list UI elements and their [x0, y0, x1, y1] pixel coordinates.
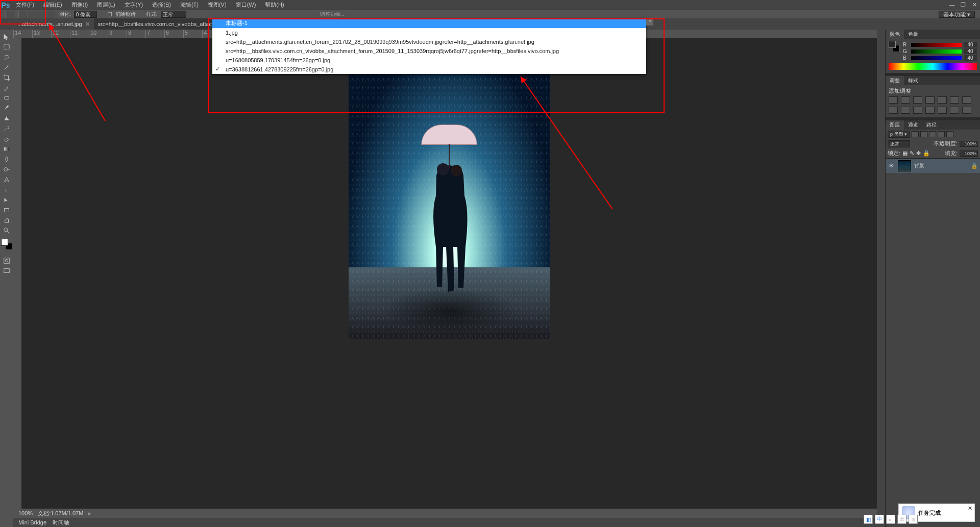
lock-transparency-icon[interactable]: ▦ — [902, 150, 908, 157]
minimize-button[interactable]: — — [946, 2, 958, 8]
ime-punct-button[interactable]: ●, — [886, 515, 895, 524]
dodge-tool-icon[interactable] — [1, 164, 12, 174]
threshold-icon[interactable] — [962, 107, 971, 114]
hue-saturation-icon[interactable] — [950, 96, 959, 104]
crop-tool-icon[interactable] — [1, 72, 12, 82]
ime-logo-icon[interactable]: ◧ — [864, 515, 873, 524]
adjustments-panel-tab[interactable]: 调整 — [886, 76, 904, 85]
hand-tool-icon[interactable] — [1, 215, 12, 225]
tab-list-item[interactable]: ✓u=3638812661,4278309225fm=26gp=0.jpg — [212, 65, 646, 74]
brightness-contrast-icon[interactable] — [889, 96, 898, 104]
fill-input[interactable]: 100% — [960, 150, 978, 157]
menu-select[interactable]: 选择(S) — [148, 0, 176, 10]
lock-all-icon[interactable]: 🔒 — [923, 150, 930, 157]
lock-position-icon[interactable]: ✥ — [916, 150, 921, 157]
b-value[interactable]: 40 — [964, 55, 977, 61]
photo-filter-icon[interactable] — [901, 107, 910, 114]
type-tool-icon[interactable]: T — [1, 185, 12, 194]
gradient-tool-icon[interactable] — [1, 144, 12, 154]
g-slider[interactable] — [911, 49, 962, 54]
mini-bridge-tab[interactable]: Mini Bridge — [18, 519, 46, 525]
style-select[interactable]: 正常 — [161, 11, 186, 18]
r-value[interactable]: 40 — [964, 42, 977, 47]
timeline-tab[interactable]: 时间轴 — [53, 519, 69, 526]
ime-tool-button[interactable]: 🛠 — [897, 515, 906, 524]
visibility-toggle-icon[interactable]: 👁 — [888, 162, 895, 169]
layer-row[interactable]: 👁 背景 🔒 — [886, 159, 980, 173]
posterize-icon[interactable] — [950, 107, 959, 114]
invert-icon[interactable] — [938, 107, 947, 114]
brush-tool-icon[interactable] — [1, 103, 12, 113]
tab-list-item[interactable]: 未标题-1 — [212, 18, 646, 28]
pen-tool-icon[interactable] — [1, 174, 12, 184]
lasso-tool-icon[interactable] — [1, 52, 12, 62]
feather-input[interactable]: 0 像素 — [74, 11, 97, 18]
ime-toolbar[interactable]: ◧ 中 ●, 🛠 ⚙ — [864, 515, 918, 524]
document-canvas[interactable] — [349, 53, 550, 339]
menu-filter[interactable]: 滤镜(T) — [176, 0, 203, 10]
b-slider[interactable] — [911, 56, 962, 60]
paths-panel-tab[interactable]: 路径 — [922, 120, 941, 130]
selection-new-icon[interactable] — [19, 11, 28, 18]
tab-list-item[interactable]: u=1680805859,170391454fm=26gp=0.jpg — [212, 56, 646, 65]
clone-stamp-tool-icon[interactable] — [1, 113, 12, 123]
color-lookup-icon[interactable] — [925, 107, 935, 114]
tab-list-item[interactable]: src=http__bbsfiles.vivo.com.cn_vivobbs_a… — [212, 46, 646, 56]
menu-window[interactable]: 窗口(W) — [231, 0, 261, 10]
filter-pixel-icon[interactable] — [912, 131, 919, 137]
menu-edit[interactable]: 编辑(E) — [39, 0, 67, 10]
screen-mode-icon[interactable] — [1, 266, 12, 275]
eraser-tool-icon[interactable] — [1, 134, 12, 143]
vibrance-icon[interactable] — [938, 96, 947, 104]
selection-intersect-icon[interactable] — [46, 11, 56, 18]
r-slider[interactable] — [911, 43, 962, 47]
selection-subtract-icon[interactable] — [37, 11, 46, 18]
exposure-icon[interactable] — [925, 96, 935, 104]
blend-mode-select[interactable]: 正常 — [888, 140, 910, 147]
close-icon[interactable]: ✕ — [968, 505, 972, 512]
antialias-checkbox[interactable]: ☐ — [107, 11, 112, 18]
layer-thumbnail[interactable] — [898, 160, 911, 171]
filter-type-icon[interactable] — [929, 131, 936, 137]
color-spectrum[interactable] — [889, 63, 977, 70]
vertical-ruler[interactable] — [13, 38, 21, 509]
layer-filter-type[interactable]: р 类型 ▾ — [888, 131, 910, 138]
channel-mixer-icon[interactable] — [913, 107, 922, 114]
collapsed-panel-strip[interactable] — [877, 30, 885, 527]
layers-panel-tab[interactable]: 图层 — [886, 120, 904, 130]
filter-smart-icon[interactable] — [946, 131, 953, 137]
color-balance-icon[interactable] — [962, 96, 971, 104]
color-swatches[interactable] — [1, 239, 12, 250]
eyedropper-tool-icon[interactable] — [1, 83, 12, 92]
filter-shape-icon[interactable] — [938, 131, 945, 137]
menu-file[interactable]: 文件(F) — [11, 0, 39, 10]
zoom-level[interactable]: 100% — [18, 510, 33, 516]
menu-image[interactable]: 图像(I) — [67, 0, 92, 10]
menu-type[interactable]: 文字(Y) — [120, 0, 148, 10]
levels-icon[interactable] — [901, 96, 910, 104]
tab-overflow-button[interactable]: » — [646, 18, 653, 26]
close-icon[interactable]: ✕ — [85, 21, 90, 28]
curves-icon[interactable] — [913, 96, 922, 104]
canvas-viewport[interactable] — [21, 38, 877, 509]
maximize-button[interactable]: ❐ — [958, 2, 969, 8]
tab-list-item[interactable]: 1.jpg — [212, 28, 646, 37]
color-panel-tab[interactable]: 颜色 — [886, 30, 904, 39]
spot-healing-tool-icon[interactable] — [1, 93, 12, 103]
zoom-tool-icon[interactable] — [1, 225, 12, 235]
magic-wand-tool-icon[interactable] — [1, 62, 12, 72]
channels-panel-tab[interactable]: 通道 — [904, 120, 922, 130]
ime-settings-button[interactable]: ⚙ — [909, 515, 918, 524]
lock-pixels-icon[interactable]: ✎ — [910, 150, 914, 157]
rectangle-tool-icon[interactable] — [1, 205, 12, 215]
history-brush-tool-icon[interactable] — [1, 123, 12, 133]
styles-panel-tab[interactable]: 样式 — [904, 76, 922, 85]
tab-list-item[interactable]: src=http__attachments.gfan.net.cn_forum_… — [212, 37, 646, 46]
rectangular-marquee-tool-icon[interactable] — [1, 42, 12, 52]
menu-help[interactable]: 帮助(H) — [260, 0, 288, 10]
selection-add-icon[interactable] — [28, 11, 37, 18]
path-selection-tool-icon[interactable] — [1, 195, 12, 205]
ime-lang-button[interactable]: 中 — [875, 515, 884, 524]
blur-tool-icon[interactable] — [1, 154, 12, 164]
document-tab[interactable]: ...attachments...an.net.jpg ✕ — [13, 18, 94, 30]
